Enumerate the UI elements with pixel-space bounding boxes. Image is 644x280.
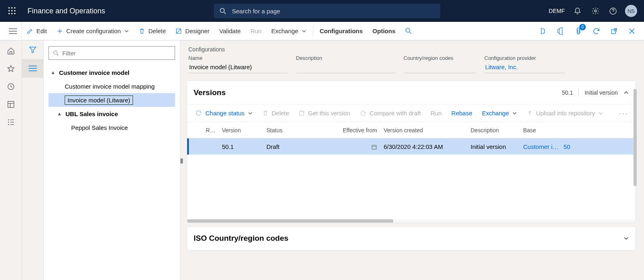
hamburger-icon[interactable] [4, 22, 22, 40]
more-icon[interactable]: · · · [615, 110, 631, 117]
edit-button[interactable]: Edit [22, 22, 52, 40]
edit-label: Edit [36, 28, 47, 34]
find-button[interactable] [400, 22, 417, 40]
table-row[interactable]: 50.1Draft6/30/2020 4:22:03 AMInitial ver… [187, 138, 636, 155]
chevron-down-icon[interactable] [623, 235, 629, 241]
tree-item-label: Customer invoice model mapping [65, 83, 155, 90]
svg-rect-26 [8, 102, 14, 108]
help-icon[interactable] [605, 3, 621, 19]
tree-item[interactable]: ▴Customer invoice model [49, 66, 175, 79]
attachments-icon[interactable]: 0 [570, 23, 587, 39]
compare-icon [360, 110, 366, 117]
cycle-icon [195, 110, 202, 117]
popout-icon[interactable] [606, 23, 622, 39]
provider-value[interactable]: Litware, Inc. [484, 62, 565, 73]
company-code[interactable]: DEMF [549, 8, 565, 14]
rebase-button[interactable]: Rebase [448, 105, 477, 121]
filter-pane-icon[interactable] [22, 40, 44, 59]
col-base[interactable]: Base [521, 127, 561, 134]
designer-button[interactable]: Designer [171, 22, 214, 40]
vscrollbar[interactable] [633, 89, 637, 186]
provider-label: Configuration provider [484, 55, 565, 61]
search-input[interactable] [232, 8, 435, 15]
close-icon[interactable] [624, 23, 640, 39]
get-icon [299, 110, 305, 116]
user-avatar[interactable]: NS [623, 3, 639, 19]
config-tree: ▴Customer invoice modelCustomer invoice … [49, 66, 175, 134]
col-effective[interactable]: Effective from [321, 127, 381, 134]
recent-icon[interactable] [3, 78, 19, 95]
office-icon[interactable] [553, 23, 569, 39]
tree-item[interactable]: ▴UBL Sales invoice [49, 107, 175, 121]
versions-meta-version: 50.1 [562, 89, 573, 96]
search-icon [53, 50, 59, 56]
app-launcher-icon[interactable] [5, 4, 19, 18]
chevron-up-icon[interactable] [623, 90, 629, 95]
change-status-button[interactable]: Change status [191, 105, 257, 121]
modules-icon[interactable] [3, 114, 19, 130]
delete-button[interactable]: Delete [134, 22, 171, 40]
svg-rect-41 [372, 145, 376, 149]
designer-icon [175, 28, 182, 34]
workspace-icon[interactable] [3, 96, 19, 112]
body: ▴Customer invoice modelCustomer invoice … [0, 40, 644, 280]
d365-icon[interactable] [535, 23, 551, 39]
col-version[interactable]: Version [220, 127, 264, 134]
options-label: Options [372, 28, 395, 34]
col-status[interactable]: Status [264, 127, 321, 134]
filter-input[interactable] [62, 50, 171, 57]
svg-line-19 [177, 29, 181, 33]
delete-label: Delete [148, 28, 166, 34]
action-bar-right: 0 [535, 23, 640, 39]
iso-header[interactable]: ISO Country/region codes [187, 227, 636, 250]
svg-point-29 [8, 119, 9, 121]
versions-toolbar: Change status Delete Get this version Co… [187, 104, 636, 122]
grid-hscrollbar[interactable] [187, 219, 636, 223]
col-re[interactable]: Re... [203, 127, 220, 134]
tree-item[interactable]: Peppol Sales Invoice [49, 121, 175, 134]
trash-icon [262, 110, 268, 116]
validate-button[interactable]: Validate [214, 22, 245, 40]
avatar-initials: NS [625, 5, 637, 17]
search-box[interactable] [214, 4, 440, 18]
chevron-down-icon [124, 29, 129, 34]
tree-item-label: Customer invoice model [59, 69, 129, 76]
upload-button: Upload into repository [523, 105, 607, 121]
filter-box[interactable] [49, 46, 175, 60]
col-description[interactable]: Description [468, 127, 521, 134]
col-created[interactable]: Version created [381, 127, 468, 134]
versions-grid: Re... Version Status Effective from Vers… [187, 122, 636, 223]
bell-icon[interactable] [570, 3, 586, 19]
svg-point-9 [220, 8, 224, 12]
country-value[interactable] [403, 62, 476, 73]
versions-header[interactable]: Versions 50.1 Initial version [187, 81, 636, 104]
svg-rect-5 [14, 10, 15, 11]
versions-meta-desc: Initial version [585, 89, 618, 96]
create-configuration-button[interactable]: Create configuration [52, 22, 134, 40]
version-exchange-button[interactable]: Exchange [478, 105, 521, 121]
svg-rect-7 [11, 13, 13, 14]
options-tab[interactable]: Options [367, 22, 400, 40]
tree-item[interactable]: Invoice model (Litware) [49, 93, 175, 107]
trash-icon [139, 28, 145, 34]
grid-header: Re... Version Status Effective from Vers… [187, 122, 636, 138]
svg-rect-6 [8, 13, 10, 14]
svg-rect-2 [14, 7, 15, 8]
exchange-button[interactable]: Exchange [266, 22, 311, 40]
svg-rect-0 [8, 7, 10, 8]
gear-icon[interactable] [587, 3, 604, 19]
configurations-tab[interactable]: Configurations [315, 22, 368, 40]
chevron-down-icon [248, 111, 253, 116]
upload-icon [527, 110, 533, 116]
list-pane-icon[interactable] [22, 59, 44, 78]
refresh-icon[interactable] [588, 23, 604, 39]
tree-item[interactable]: Customer invoice model mapping [49, 79, 175, 93]
svg-line-39 [57, 54, 59, 55]
plus-icon [57, 28, 63, 34]
home-icon[interactable] [3, 43, 19, 59]
name-value[interactable]: Invoice model (Litware) [188, 62, 288, 73]
favorite-icon[interactable] [3, 61, 19, 77]
description-value[interactable] [296, 62, 395, 73]
tree-item-label: UBL Sales invoice [65, 110, 118, 117]
header-fields: Name Invoice model (Litware) Description… [187, 55, 636, 77]
